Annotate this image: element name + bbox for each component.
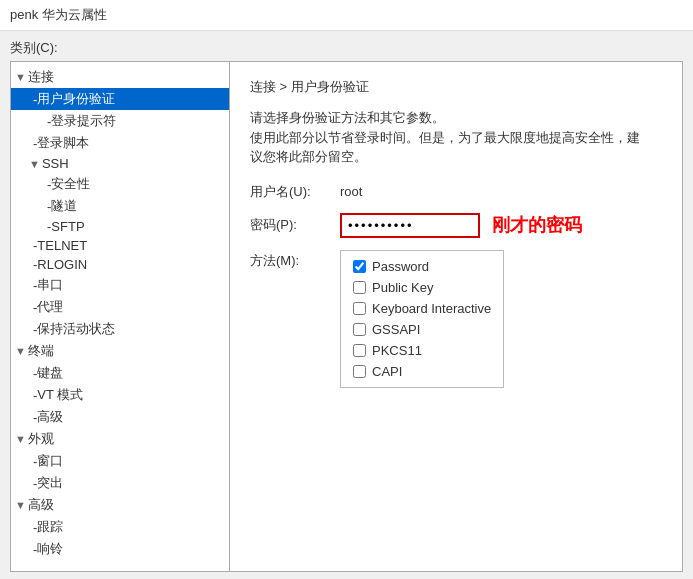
method-item-password[interactable]: Password xyxy=(353,259,491,274)
sidebar-item-connection[interactable]: ▼ 连接 xyxy=(11,66,229,88)
password-input[interactable] xyxy=(340,213,480,238)
tree-dash: - xyxy=(29,238,37,253)
tree-dash: - xyxy=(29,476,37,491)
sidebar-item-label: 外观 xyxy=(28,430,54,448)
checkbox-public-key[interactable] xyxy=(353,281,366,294)
sidebar-item-tracking[interactable]: - 跟踪 xyxy=(11,516,229,538)
method-label-pkcs11: PKCS11 xyxy=(372,343,422,358)
title-text: penk 华为云属性 xyxy=(10,7,107,22)
sidebar-item-window[interactable]: - 窗口 xyxy=(11,450,229,472)
sidebar-item-label: 窗口 xyxy=(37,452,63,470)
sidebar-item-sftp[interactable]: - SFTP xyxy=(11,217,229,236)
main-container: 类别(C): ▼ 连接- 用户身份验证- 登录提示符- 登录脚本▼ SSH- 安… xyxy=(0,31,693,579)
sidebar-item-login-prompt[interactable]: - 登录提示符 xyxy=(11,110,229,132)
tree-dash: - xyxy=(29,520,37,535)
sidebar-item-vt-mode[interactable]: - VT 模式 xyxy=(11,384,229,406)
sidebar-item-keyboard[interactable]: - 键盘 xyxy=(11,362,229,384)
checkbox-capi[interactable] xyxy=(353,365,366,378)
tree-dash: - xyxy=(43,177,51,192)
sidebar-item-label: 保持活动状态 xyxy=(37,320,115,338)
sidebar-item-login-script[interactable]: - 登录脚本 xyxy=(11,132,229,154)
content-area: ▼ 连接- 用户身份验证- 登录提示符- 登录脚本▼ SSH- 安全性- 隧道-… xyxy=(0,61,693,579)
sidebar-item-label: 跟踪 xyxy=(37,518,63,536)
tree-dash: - xyxy=(29,542,37,557)
checkbox-password[interactable] xyxy=(353,260,366,273)
method-item-pkcs11[interactable]: PKCS11 xyxy=(353,343,491,358)
sidebar-item-proxy[interactable]: - 代理 xyxy=(11,296,229,318)
sidebar-item-label: 突出 xyxy=(37,474,63,492)
sidebar-item-ssh[interactable]: ▼ SSH xyxy=(11,154,229,173)
password-row: 密码(P): 刚才的密码 xyxy=(250,213,662,238)
sidebar-item-telnet[interactable]: - TELNET xyxy=(11,236,229,255)
sidebar-item-advanced[interactable]: - 高级 xyxy=(11,406,229,428)
method-section: 方法(M): PasswordPublic KeyKeyboard Intera… xyxy=(250,250,662,388)
tree-dash: - xyxy=(29,322,37,337)
tree-dash: - xyxy=(29,278,37,293)
annotation-text: 刚才的密码 xyxy=(492,213,582,237)
sidebar-item-bell[interactable]: - 响铃 xyxy=(11,538,229,560)
right-panel: 连接 > 用户身份验证 请选择身份验证方法和其它参数。 使用此部分以节省登录时间… xyxy=(230,61,683,572)
sidebar-item-tunnel[interactable]: - 隧道 xyxy=(11,195,229,217)
tree-dash: - xyxy=(43,199,51,214)
sidebar-item-security[interactable]: - 安全性 xyxy=(11,173,229,195)
sidebar-item-label: VT 模式 xyxy=(37,386,83,404)
method-item-keyboard-interactive[interactable]: Keyboard Interactive xyxy=(353,301,491,316)
method-label-gssapi: GSSAPI xyxy=(372,322,420,337)
checkbox-keyboard-interactive[interactable] xyxy=(353,302,366,315)
tree-dash: - xyxy=(43,114,51,129)
expand-icon: ▼ xyxy=(15,499,26,511)
expand-icon: ▼ xyxy=(29,158,40,170)
tree-dash: - xyxy=(29,388,37,403)
sidebar-item-label: 响铃 xyxy=(37,540,63,558)
sidebar-item-label: SSH xyxy=(42,156,69,171)
category-label: 类别(C): xyxy=(0,31,693,61)
sidebar-item-rlogin[interactable]: - RLOGIN xyxy=(11,255,229,274)
sidebar-item-label: 代理 xyxy=(37,298,63,316)
method-label-keyboard-interactive: Keyboard Interactive xyxy=(372,301,491,316)
username-row: 用户名(U): root xyxy=(250,183,662,201)
desc-line2: 使用此部分以节省登录时间。但是，为了最大限度地提高安全性，建 xyxy=(250,128,662,148)
tree-dash: - xyxy=(29,410,37,425)
sidebar-item-label: 连接 xyxy=(28,68,54,86)
sidebar-item-label: SFTP xyxy=(51,219,84,234)
sidebar-item-label: 登录提示符 xyxy=(51,112,116,130)
sidebar-item-user-auth[interactable]: - 用户身份验证 xyxy=(11,88,229,110)
sidebar-item-label: 高级 xyxy=(28,496,54,514)
sidebar-item-label: 安全性 xyxy=(51,175,90,193)
sidebar-item-keepalive[interactable]: - 保持活动状态 xyxy=(11,318,229,340)
sidebar-item-label: TELNET xyxy=(37,238,87,253)
tree-dash: - xyxy=(29,257,37,272)
sidebar-item-terminal[interactable]: ▼ 终端 xyxy=(11,340,229,362)
sidebar-item-label: 高级 xyxy=(37,408,63,426)
sidebar-item-appearance[interactable]: ▼ 外观 xyxy=(11,428,229,450)
sidebar-item-serial[interactable]: - 串口 xyxy=(11,274,229,296)
sidebar-item-label: RLOGIN xyxy=(37,257,87,272)
tree-dash: - xyxy=(43,219,51,234)
checkbox-gssapi[interactable] xyxy=(353,323,366,336)
method-item-capi[interactable]: CAPI xyxy=(353,364,491,379)
sidebar-item-label: 串口 xyxy=(37,276,63,294)
username-value: root xyxy=(340,184,362,199)
tree-dash: - xyxy=(29,92,37,107)
sidebar-item-advanced2[interactable]: ▼ 高级 xyxy=(11,494,229,516)
method-label: 方法(M): xyxy=(250,250,340,270)
desc-line1: 请选择身份验证方法和其它参数。 xyxy=(250,108,662,128)
password-label: 密码(P): xyxy=(250,216,340,234)
sidebar-item-label: 隧道 xyxy=(51,197,77,215)
expand-icon: ▼ xyxy=(15,433,26,445)
sidebar-item-label: 登录脚本 xyxy=(37,134,89,152)
description: 请选择身份验证方法和其它参数。 使用此部分以节省登录时间。但是，为了最大限度地提… xyxy=(250,108,662,167)
checkboxes-container: PasswordPublic KeyKeyboard InteractiveGS… xyxy=(340,250,504,388)
sidebar-item-label: 键盘 xyxy=(37,364,63,382)
tree-panel: ▼ 连接- 用户身份验证- 登录提示符- 登录脚本▼ SSH- 安全性- 隧道-… xyxy=(10,61,230,572)
username-label: 用户名(U): xyxy=(250,183,340,201)
method-label-capi: CAPI xyxy=(372,364,402,379)
sidebar-item-highlight[interactable]: - 突出 xyxy=(11,472,229,494)
method-item-gssapi[interactable]: GSSAPI xyxy=(353,322,491,337)
title-bar: penk 华为云属性 xyxy=(0,0,693,31)
method-item-public-key[interactable]: Public Key xyxy=(353,280,491,295)
expand-icon: ▼ xyxy=(15,71,26,83)
method-label-password: Password xyxy=(372,259,429,274)
sidebar-item-label: 终端 xyxy=(28,342,54,360)
checkbox-pkcs11[interactable] xyxy=(353,344,366,357)
